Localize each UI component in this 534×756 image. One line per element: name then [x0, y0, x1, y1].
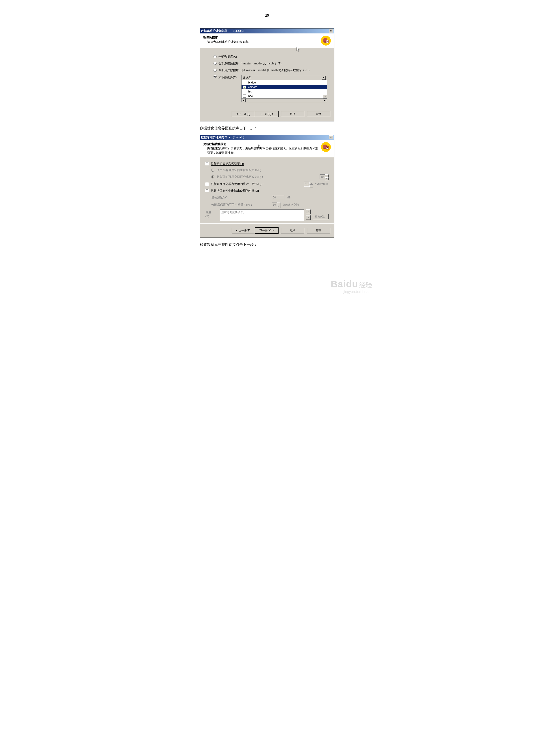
- radio-these-db-label: 如下数据库(T)：: [218, 75, 240, 79]
- chk-update-stats[interactable]: 更新查询优化器所使用的统计。示例(D)： 10 ▲▼ %的数据库: [205, 182, 329, 187]
- radio-system-db-label: 全部系统数据库（ master、model 及 msdb ）(S): [218, 62, 282, 66]
- wizard-update-optimization-dialog: 数据库维护计划向导 - (local) ✕ 更新数据优化信息 随着数据页和索引页…: [200, 135, 334, 238]
- caption-optimize: 数据优化信息界面直接点击下一步：: [200, 126, 334, 131]
- cancel-button[interactable]: 取消: [281, 111, 304, 117]
- scroll-right-button[interactable]: ►: [323, 98, 327, 102]
- dialog-title: 数据库维护计划向导 - (local): [201, 135, 329, 139]
- grow-unit: MB: [287, 196, 291, 199]
- button-row: < 上一步(B) 下一步(N) > 取消 帮助: [200, 223, 334, 237]
- cancel-button[interactable]: 取消: [281, 228, 304, 233]
- stats-spinner: 10 ▲▼: [304, 182, 313, 187]
- cursor-icon: [296, 47, 300, 52]
- shrink-spinner: 10 ▲▼: [272, 202, 281, 207]
- radio-change-pct-label: 将每页的可用空间百分比更改为(F)：: [216, 175, 318, 179]
- h-scrollbar[interactable]: ◄ ►: [242, 98, 327, 102]
- header-desc: 选择为其创建维护计划的数据库。: [207, 40, 319, 44]
- close-button[interactable]: ✕: [329, 29, 333, 33]
- sched-scroll-down: ▼: [306, 215, 311, 220]
- caption-integrity: 检查数据库完整性直接点击下一步：: [200, 242, 334, 247]
- radio-these-db[interactable]: [214, 75, 216, 78]
- next-button[interactable]: 下一步(N) >: [255, 228, 278, 233]
- back-button[interactable]: < 上一步(B): [232, 111, 255, 117]
- schedule-text: 没有可调度的操作。: [220, 209, 304, 221]
- radio-change-pct: 将每页的可用空间百分比更改为(F)： 10 ▲▼: [211, 175, 329, 179]
- header-title: 选择数据库: [203, 36, 319, 40]
- help-button[interactable]: 帮助: [307, 111, 330, 117]
- checkbox[interactable]: ✓: [243, 86, 246, 89]
- watermark-brand: Baidu: [331, 279, 358, 289]
- next-button[interactable]: 下一步(N) >: [255, 111, 278, 117]
- shrink-label: 收缩后保留的可用空间量为(A)：: [211, 203, 269, 207]
- header-title: 更新数据优化信息: [203, 142, 319, 146]
- db-name: bridge: [248, 81, 256, 84]
- stats-unit: %的数据库: [315, 182, 329, 186]
- shrink-unit: %的数据空间: [283, 203, 299, 207]
- db-name: hqc: [248, 94, 253, 98]
- scroll-left-button[interactable]: ◄: [242, 98, 245, 102]
- chk-remove-space[interactable]: 从数据库文件中删除未使用的空间(M): [205, 189, 329, 193]
- chk-reorganize-label: 重新组织数据和索引页(R): [211, 162, 244, 166]
- button-row: < 上一步(B) 下一步(N) > 取消 帮助: [200, 107, 334, 121]
- watermark: Baidu 经验 jingyan.baidu.com: [331, 279, 372, 294]
- schedule-label: 调度(S)：: [205, 209, 217, 218]
- titlebar: 数据库维护计划向导 - (local) ✕: [200, 135, 334, 140]
- chk-update-stats-label: 更新查询优化器所使用的统计。示例(D)：: [211, 182, 302, 186]
- help-button[interactable]: 帮助: [307, 228, 330, 233]
- header-panel: 选择数据库 选择为其创建维护计划的数据库。: [200, 34, 334, 48]
- pct-spinner: 10 ▲▼: [319, 175, 329, 179]
- checkbox[interactable]: [243, 90, 246, 93]
- db-name: carsafe: [248, 86, 257, 89]
- watermark-url: jingyan.baidu.com: [331, 290, 372, 294]
- back-button[interactable]: < 上一步(B): [232, 228, 255, 233]
- sched-scroll-up: ▲: [306, 209, 311, 214]
- db-col-header: 数据库: [243, 76, 321, 80]
- checkbox[interactable]: [243, 94, 246, 98]
- db-name: his: [248, 90, 252, 93]
- grow-label: 增长超过(W)：: [211, 196, 269, 200]
- header-desc: 随着数据页和索引页的填充，更新所需的时间会变得越来越长。应重新组织数据页和索引页…: [207, 146, 319, 155]
- close-button[interactable]: ✕: [329, 135, 333, 139]
- watermark-cn: 经验: [359, 281, 372, 289]
- db-row-carsafe[interactable]: ✓ carsafe: [242, 85, 327, 89]
- radio-use-existing-space-label: 使用原有可用空间重新组织页面(E): [216, 168, 329, 172]
- change-schedule-button: 更改(C)...: [313, 214, 329, 219]
- wizard-select-db-dialog: 数据库维护计划向导 - (local) ✕ 选择数据库 选择为其创建维护计划的数…: [200, 28, 334, 122]
- radio-user-db-label: 全部用户数据库（ 除 master、model 和 msdb 之外的所有数据库 …: [218, 68, 310, 72]
- radio-system-db[interactable]: 全部系统数据库（ master、model 及 msdb ）(S): [214, 62, 327, 66]
- dialog-title: 数据库维护计划向导 - (local): [201, 29, 329, 33]
- db-row-his[interactable]: his: [242, 89, 327, 94]
- scroll-down-button[interactable]: ▼: [323, 94, 327, 98]
- database-icon: [321, 36, 331, 45]
- db-list: 数据库 ▲ bridge ✓ carsafe: [241, 75, 327, 102]
- radio-use-existing-space: 使用原有可用空间重新组织页面(E): [211, 168, 329, 172]
- header-panel: 更新数据优化信息 随着数据页和索引页的填充，更新所需的时间会变得越来越长。应重新…: [200, 140, 334, 157]
- radio-all-db-label: 全部数据库(A): [218, 55, 237, 59]
- grow-input: 50: [272, 195, 284, 200]
- database-icon: [321, 142, 331, 152]
- scroll-up-button[interactable]: ▲: [321, 76, 326, 80]
- chk-reorganize[interactable]: 重新组织数据和索引页(R): [205, 162, 329, 166]
- radio-all-db[interactable]: 全部数据库(A): [214, 55, 327, 59]
- radio-user-db[interactable]: 全部用户数据库（ 除 master、model 和 msdb 之外的所有数据库 …: [214, 68, 327, 72]
- checkbox[interactable]: [243, 81, 246, 84]
- titlebar: 数据库维护计划向导 - (local) ✕: [200, 29, 334, 34]
- db-row-bridge[interactable]: bridge: [242, 80, 327, 85]
- page-number: 25: [195, 14, 339, 19]
- db-row-hqc[interactable]: hqc: [242, 94, 327, 98]
- chk-remove-space-label: 从数据库文件中删除未使用的空间(M): [211, 189, 329, 193]
